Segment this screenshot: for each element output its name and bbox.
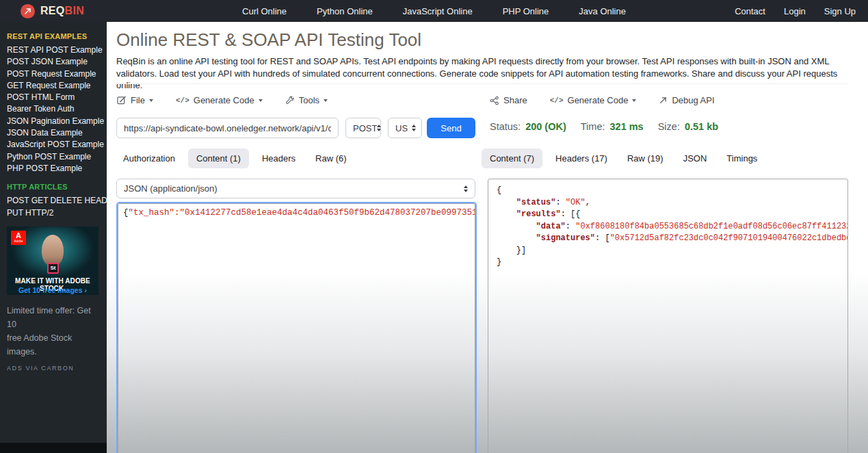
share-icon xyxy=(490,96,499,105)
sidebar-item-get-request-example[interactable]: GET Request Example xyxy=(7,80,103,92)
request-tabs: Authorization Content (1) Headers Raw (6… xyxy=(116,148,354,168)
page-description: ReqBin is an online API testing tool for… xyxy=(116,55,851,92)
sidebar-footer-strip xyxy=(0,443,107,453)
share-button[interactable]: Share xyxy=(490,95,527,105)
size-label: Size: xyxy=(658,121,680,132)
debug-api-button[interactable]: Debug API xyxy=(659,95,714,105)
tab-json-response[interactable]: JSON xyxy=(676,148,714,168)
adobe-stock-st-badge-icon: St xyxy=(47,263,59,274)
ad-image-face xyxy=(42,235,64,266)
response-content-box[interactable]: { "status": "OK", "results": [{ "data": … xyxy=(488,179,848,453)
sidebar-item-json-data-example[interactable]: JSON Data Example xyxy=(7,127,103,139)
region-select[interactable]: US xyxy=(388,118,422,138)
select-updown-icon xyxy=(377,125,381,131)
nav-link-curl-online[interactable]: Curl Online xyxy=(242,6,287,16)
page-title: Online REST & SOAP API Testing Tool xyxy=(116,29,421,51)
top-navigation-bar: REQBIN Curl Online Python Online JavaScr… xyxy=(0,0,868,22)
tab-timings-response[interactable]: Timings xyxy=(720,148,764,168)
method-select[interactable]: POST xyxy=(345,118,381,138)
sidebar-item-post-html-form[interactable]: POST HTML Form xyxy=(7,92,103,103)
tab-headers-request[interactable]: Headers xyxy=(255,148,302,168)
nav-link-javascript-online[interactable]: JavaScript Online xyxy=(403,6,473,16)
tab-content-response[interactable]: Content (7) xyxy=(482,148,542,168)
tab-content-request[interactable]: Content (1) xyxy=(188,148,249,168)
ad-caption[interactable]: Limited time offer: Get 10 free Adobe St… xyxy=(7,304,101,359)
nav-link-signup[interactable]: Sign Up xyxy=(824,6,856,16)
sidebar-heading-http-articles: HTTP ARTICLES xyxy=(7,183,103,191)
chevron-down-icon xyxy=(324,99,328,102)
nav-right-links: Contact Login Sign Up xyxy=(735,0,856,22)
time-label: Time: xyxy=(581,121,605,132)
sidebar-item-post-get-delete-head[interactable]: POST GET DELETE HEAD xyxy=(7,195,103,207)
url-input[interactable] xyxy=(116,118,339,138)
nav-link-python-online[interactable]: Python Online xyxy=(317,6,373,16)
sidebar-item-python-post-example[interactable]: Python POST Example xyxy=(7,151,103,163)
response-status-row: Status:200 (OK) Time:321 ms Size:0.51 kb xyxy=(490,121,718,132)
response-tabs: Content (7) Headers (17) Raw (19) JSON T… xyxy=(482,148,764,168)
request-toolbar: File </> Generate Code Tools xyxy=(116,95,328,105)
tab-authorization[interactable]: Authorization xyxy=(116,148,182,168)
ads-via-carbon-label[interactable]: ADS VIA CARBON xyxy=(7,365,103,372)
file-edit-icon xyxy=(116,95,127,105)
wrench-icon xyxy=(285,96,295,105)
request-url-row: POST US Send xyxy=(116,118,475,138)
chevron-down-icon xyxy=(259,99,263,102)
chevron-down-icon xyxy=(149,99,153,102)
select-updown-icon xyxy=(412,125,416,131)
size-value: 0.51 kb xyxy=(685,121,718,132)
chevron-down-icon xyxy=(632,99,636,102)
sidebar-item-put-http2[interactable]: PUT HTTP/2 xyxy=(7,207,103,219)
nav-link-login[interactable]: Login xyxy=(784,6,806,16)
tab-headers-response[interactable]: Headers (17) xyxy=(549,148,614,168)
select-updown-icon xyxy=(464,185,468,192)
reqbin-app: REQBIN Curl Online Python Online JavaScr… xyxy=(0,0,868,453)
content-type-select[interactable]: JSON (application/json) xyxy=(116,179,475,198)
sidebar-item-bearer-token-auth[interactable]: Bearer Token Auth xyxy=(7,103,103,115)
status-label: Status: xyxy=(490,121,521,132)
ad-cta-link[interactable]: Get 10 free images › xyxy=(7,286,98,294)
generate-code-menu-button[interactable]: </> Generate Code xyxy=(176,95,263,105)
request-body-editor[interactable]: {"tx_hash":"0x1412277cd58e1eae4da4c4da04… xyxy=(118,203,475,453)
sidebar: REST API EXAMPLES REST API POST Example … xyxy=(0,22,107,453)
response-toolbar: Share </> Generate Code Debug API xyxy=(490,95,715,105)
nav-link-contact[interactable]: Contact xyxy=(735,6,765,16)
adobe-logo-icon: A Adobe xyxy=(11,231,26,245)
tab-raw-response[interactable]: Raw (19) xyxy=(620,148,670,168)
generate-code-menu-button-response[interactable]: </> Generate Code xyxy=(550,95,637,105)
sidebar-item-post-json-example[interactable]: POST JSON Example xyxy=(7,56,103,68)
status-value: 200 (OK) xyxy=(525,121,566,132)
tab-raw-request[interactable]: Raw (6) xyxy=(308,148,354,168)
time-value: 321 ms xyxy=(610,121,644,132)
code-icon: </> xyxy=(176,96,189,105)
file-menu-button[interactable]: File xyxy=(116,95,153,105)
nav-link-java-online[interactable]: Java Online xyxy=(579,6,626,16)
nav-link-php-online[interactable]: PHP Online xyxy=(503,6,549,16)
send-button[interactable]: Send xyxy=(427,118,475,138)
divider xyxy=(116,83,848,84)
sidebar-item-javascript-post-example[interactable]: JavaScript POST Example xyxy=(7,139,103,151)
adobe-stock-ad-banner[interactable]: A Adobe St MAKE IT WITH ADOBE STOCK. Get… xyxy=(7,226,98,295)
sidebar-item-php-post-example[interactable]: PHP POST Example xyxy=(7,163,103,174)
sidebar-item-rest-api-post-example[interactable]: REST API POST Example xyxy=(7,44,103,56)
arrow-up-right-icon xyxy=(659,96,668,105)
main-content: Online REST & SOAP API Testing Tool ReqB… xyxy=(107,22,868,453)
code-icon: </> xyxy=(550,96,564,105)
sidebar-item-json-pagination-example[interactable]: JSON Pagination Example xyxy=(7,116,103,127)
sidebar-item-post-request-example[interactable]: POST Request Example xyxy=(7,68,103,80)
sidebar-heading-rest-api-examples: REST API EXAMPLES xyxy=(7,32,103,40)
tools-menu-button[interactable]: Tools xyxy=(285,95,328,105)
